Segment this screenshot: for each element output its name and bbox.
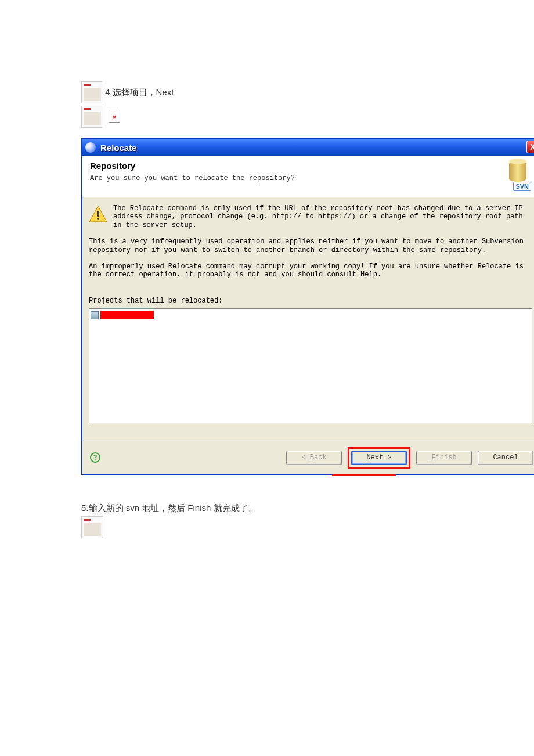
warning-icon	[89, 206, 107, 223]
step4-text: 4.选择项目，Next	[105, 87, 174, 98]
dialog-footer: ? < Back Next > Finish Cancel	[82, 441, 534, 474]
info-para-2: This is a very infrequently used operati…	[89, 237, 532, 254]
thumbnail-image	[81, 106, 103, 128]
list-item[interactable]	[91, 310, 531, 321]
dialog-body: The Relocate command is only used if the…	[82, 197, 534, 423]
doc-thumb-row: ×	[81, 106, 534, 128]
window-title: Relocate	[100, 143, 137, 153]
header-subtitle: Are you sure you want to relocate the re…	[90, 174, 295, 182]
thumbnail-image	[81, 516, 103, 538]
projects-label: Projects that will be relocated:	[89, 297, 532, 305]
back-button[interactable]: < Back	[286, 451, 342, 465]
redacted-project-name	[100, 311, 154, 319]
next-highlight-box: Next >	[348, 447, 410, 469]
info-para-3: An improperly used Relocate command may …	[89, 262, 532, 279]
cancel-button[interactable]: Cancel	[478, 451, 533, 465]
warning-text: The Relocate command is only used if the…	[113, 204, 532, 229]
relocate-dialog: Relocate X Repository Are you sure you w…	[81, 138, 534, 475]
project-folder-icon	[91, 311, 99, 319]
doc-step4-line: 4.选择项目，Next	[81, 81, 534, 103]
step5-text: 5.输入新的 svn 地址，然后 Finish 就完成了。	[81, 503, 534, 514]
svn-icon: SVN	[497, 161, 531, 191]
next-button[interactable]: Next >	[351, 451, 407, 465]
app-icon	[85, 142, 96, 153]
svg-rect-1	[97, 211, 99, 217]
red-underline-annotation	[332, 474, 396, 476]
close-icon: X	[530, 142, 534, 152]
close-button[interactable]: X	[526, 141, 534, 153]
doc-step5-block: 5.输入新的 svn 地址，然后 Finish 就完成了。	[81, 503, 534, 538]
svg-point-2	[97, 218, 99, 220]
titlebar[interactable]: Relocate X	[82, 139, 534, 156]
help-icon[interactable]: ?	[90, 452, 100, 463]
dialog-header: Repository Are you sure you want to relo…	[82, 156, 534, 197]
project-list[interactable]	[89, 308, 532, 423]
finish-button[interactable]: Finish	[416, 451, 472, 465]
header-title: Repository	[90, 161, 295, 171]
thumbnail-image	[81, 81, 103, 103]
broken-image-icon: ×	[109, 111, 120, 123]
